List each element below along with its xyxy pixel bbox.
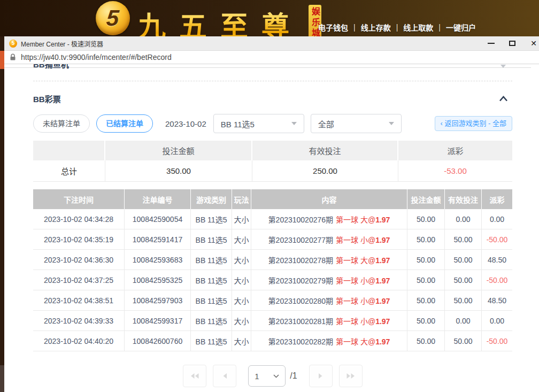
bet-record-page: BB捕鱼机 BB彩票 未结算注单 已结算注单 2023-10-02 BB 11选… [4, 64, 539, 391]
bet-game: BB 11选5 [191, 209, 232, 229]
table-row: 2023-10-02 04:40:20 100842600760 BB 11选5… [33, 331, 512, 351]
close-button[interactable]: ✕ [523, 36, 539, 50]
bet-records-table: 下注时间 注单编号 游戏类别 玩法 内容 投注金额 有效投注 派彩 2023-1… [33, 189, 512, 351]
lock-icon [10, 53, 16, 61]
bet-amount: 50.00 [407, 229, 445, 249]
table-header-row: 下注时间 注单编号 游戏类别 玩法 内容 投注金额 有效投注 派彩 [33, 189, 512, 209]
bet-id: 100842595325 [125, 270, 191, 290]
bet-play: 大小 [232, 331, 251, 351]
page-select[interactable]: 1 [248, 365, 286, 387]
bet-id: 100842591417 [125, 229, 191, 249]
chevron-down-icon[interactable] [500, 65, 506, 68]
bet-content: 第202310020277期 第一球 小@1.97 [251, 229, 407, 249]
payout: 0.00 [482, 311, 512, 330]
close-icon: ✕ [530, 40, 537, 47]
bet-content: 第202310020282期 第一球 大@1.97 [251, 331, 407, 351]
bet-game: BB 11选5 [191, 311, 232, 330]
pagination: 1 /1 [33, 365, 512, 387]
bet-amount: 50.00 [407, 290, 445, 310]
summary-header-empty [33, 141, 105, 160]
summary-header-bet-amount: 投注金额 [105, 141, 252, 160]
next-page-button[interactable] [309, 365, 333, 387]
last-page-button[interactable] [339, 365, 363, 387]
bet-selection: 第一球 小@1.97 [336, 275, 390, 286]
summary-valid-bet: 250.00 [252, 160, 398, 181]
tab-settled-bets[interactable]: 已结算注单 [96, 114, 153, 133]
summary-header-row: 投注金额 有效投注 派彩 [33, 141, 512, 160]
summary-header-valid-bet: 有效投注 [252, 141, 398, 160]
bet-amount: 50.00 [407, 250, 445, 270]
summary-total-row: 总计 350.00 250.00 -53.00 [33, 160, 512, 182]
table-row: 2023-10-02 04:35:19 100842591417 BB 11选5… [33, 229, 512, 250]
page-background-strip [0, 365, 4, 392]
summary-total-label: 总计 [33, 160, 105, 181]
bet-play: 大小 [232, 250, 251, 270]
bet-time: 2023-10-02 04:34:28 [33, 209, 125, 229]
bet-time: 2023-10-02 04:37:25 [33, 270, 125, 290]
maximize-button[interactable] [502, 36, 523, 50]
bet-selection: 第一球 小@1.97 [336, 316, 390, 326]
first-page-button[interactable] [183, 365, 206, 387]
valid-bet: 50.00 [445, 270, 482, 290]
bet-play: 大小 [232, 229, 251, 249]
payout: 48.50 [482, 290, 512, 310]
valid-bet: 0.00 [445, 311, 482, 330]
browser-urlbar[interactable]: https://jw40.tv:9900/infe/mcenter/#/betR… [4, 51, 539, 64]
link-online-deposit[interactable]: 线上存款 [361, 22, 391, 33]
bet-amount: 50.00 [407, 331, 445, 351]
header-bet-time: 下注时间 [33, 189, 125, 209]
header-game-type: 游戏类别 [191, 189, 232, 209]
bet-period: 第202310020279期 [268, 275, 333, 286]
link-one-key-transfer[interactable]: 一键归户 [446, 22, 476, 33]
chevron-right-icon [318, 373, 323, 379]
minimize-button[interactable] [480, 36, 502, 50]
lottery-section-header[interactable]: BB彩票 [33, 93, 512, 104]
valid-bet: 50.00 [445, 331, 482, 351]
payout: -50.00 [482, 270, 512, 290]
browser-titlebar: 5 Member Center - 极速浏览器 ✕ [4, 36, 539, 51]
play-type-select[interactable]: 全部 [311, 114, 402, 133]
tab-unsettled-bets[interactable]: 未结算注单 [33, 114, 90, 133]
bet-selection: 第一球 小@1.97 [336, 234, 390, 245]
previous-page-button[interactable] [213, 365, 236, 387]
payout: 0.00 [482, 209, 512, 229]
header-content: 内容 [251, 189, 407, 209]
chevron-up-icon[interactable] [499, 96, 508, 102]
banner-links: 电子钱包 | 线上存款 | 线上取款 | 一键归户 [318, 22, 476, 33]
header-payout: 派彩 [482, 189, 512, 209]
bet-period: 第202310020276期 [268, 214, 333, 225]
valid-bet: 0.00 [445, 209, 482, 229]
bet-id: 100842597903 [125, 290, 191, 310]
valid-bet: 50.00 [445, 250, 482, 270]
page-total-label: /1 [290, 371, 297, 381]
date-label[interactable]: 2023-10-02 [165, 119, 206, 128]
bet-game: BB 11选5 [191, 270, 232, 290]
payout: -50.00 [482, 331, 512, 351]
bet-time: 2023-10-02 04:36:30 [33, 250, 125, 270]
bet-game: BB 11选5 [191, 229, 232, 249]
page-select-value: 1 [255, 372, 259, 381]
table-row: 2023-10-02 04:34:28 100842590054 BB 11选5… [33, 209, 512, 229]
back-to-game-category-button[interactable]: ‹ 返回游戏类别 - 全部 [435, 116, 513, 131]
bet-time: 2023-10-02 04:40:20 [33, 331, 125, 351]
browser-favicon-icon: 5 [9, 40, 17, 48]
link-online-withdraw[interactable]: 线上取款 [403, 22, 433, 33]
link-e-wallet[interactable]: 电子钱包 [318, 22, 348, 33]
chevron-down-icon [389, 122, 394, 125]
valid-bet: 50.00 [445, 229, 482, 249]
url-text[interactable]: https://jw40.tv:9900/infe/mcenter/#/betR… [21, 53, 172, 62]
bet-amount: 50.00 [407, 209, 445, 229]
chevron-left-icon [222, 373, 227, 379]
bet-id: 100842593683 [125, 250, 191, 270]
bet-game: BB 11选5 [191, 331, 232, 351]
bet-content: 第202310020279期 第一球 小@1.97 [251, 270, 407, 290]
bet-time: 2023-10-02 04:39:33 [33, 311, 125, 330]
chevron-down-icon [291, 122, 297, 125]
bet-play: 大小 [232, 270, 251, 290]
game-type-select[interactable]: BB 11选5 [213, 114, 304, 133]
bet-content: 第202310020276期 第一球 大@1.97 [251, 209, 407, 229]
fishing-section-row[interactable]: BB捕鱼机 [33, 64, 512, 71]
browser-window: 5 Member Center - 极速浏览器 ✕ https://jw40.t… [4, 36, 539, 392]
summary-table: 投注金额 有效投注 派彩 总计 350.00 250.00 -53.00 [33, 141, 512, 182]
dashed-divider [33, 81, 512, 81]
